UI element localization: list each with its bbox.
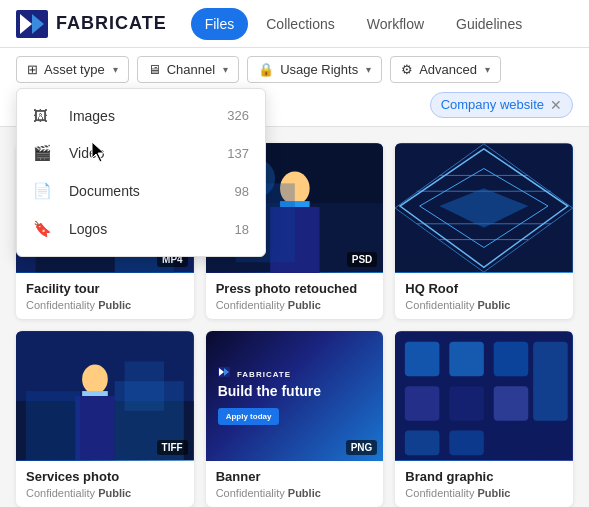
- nav-workflow[interactable]: Workflow: [353, 8, 438, 40]
- usage-rights-caret: ▾: [366, 64, 371, 75]
- card-meta: Confidentiality Public: [405, 299, 563, 311]
- card-banner[interactable]: FABRICATE Build the future Apply today P…: [206, 331, 384, 507]
- banner-cta-btn: Apply today: [218, 408, 280, 425]
- svg-rect-51: [534, 342, 569, 421]
- documents-label: Documents: [69, 183, 140, 199]
- card-info: HQ Roof Confidentiality Public: [395, 273, 573, 319]
- brand-name: FABRICATE: [56, 13, 167, 34]
- banner-badge: PNG: [346, 440, 378, 455]
- dropdown-item-images[interactable]: 🖼 Images 326: [17, 97, 265, 134]
- dropdown-item-documents[interactable]: 📄 Documents 98: [17, 172, 265, 210]
- card-info: Press photo retouched Confidentiality Pu…: [206, 273, 384, 319]
- documents-icon: 📄: [33, 182, 57, 200]
- card-hq-roof[interactable]: HQ Roof Confidentiality Public: [395, 143, 573, 319]
- images-count: 326: [227, 108, 249, 123]
- asset-type-filter[interactable]: ⊞ Asset type ▾: [16, 56, 129, 83]
- asset-type-icon: ⊞: [27, 62, 38, 77]
- channel-caret: ▾: [223, 64, 228, 75]
- svg-rect-38: [125, 361, 164, 410]
- documents-count: 98: [235, 184, 249, 199]
- channel-icon: 🖥: [148, 62, 161, 77]
- svg-rect-48: [494, 386, 529, 421]
- card-thumb: FABRICATE Build the future Apply today P…: [206, 331, 384, 461]
- images-icon: 🖼: [33, 107, 57, 124]
- card-meta: Confidentiality Public: [216, 299, 374, 311]
- advanced-caret: ▾: [485, 64, 490, 75]
- advanced-icon: ⚙: [401, 62, 413, 77]
- dropdown-item-video[interactable]: 🎬 Video 137: [17, 134, 265, 172]
- logos-label: Logos: [69, 221, 107, 237]
- dropdown-item-logos[interactable]: 🔖 Logos 18: [17, 210, 265, 248]
- card-info: Banner Confidentiality Public: [206, 461, 384, 507]
- card-services-photo[interactable]: TIFF Services photo Confidentiality Publ…: [16, 331, 194, 507]
- main-nav: Files Collections Workflow Guidelines: [191, 8, 537, 40]
- nav-guidelines[interactable]: Guidelines: [442, 8, 536, 40]
- nav-collections[interactable]: Collections: [252, 8, 348, 40]
- usage-rights-label: Usage Rights: [280, 62, 358, 77]
- asset-type-dropdown: 🖼 Images 326 🎬 Video 137 📄 Documents 98 …: [16, 88, 266, 257]
- svg-rect-34: [82, 391, 108, 396]
- card-title: Services photo: [26, 469, 184, 484]
- logos-icon: 🔖: [33, 220, 57, 238]
- card-thumb: [395, 331, 573, 461]
- active-tag-badge[interactable]: Company website ✕: [430, 92, 573, 118]
- channel-label: Channel: [167, 62, 215, 77]
- banner-headline-text: Build the future: [218, 383, 372, 400]
- card-title: HQ Roof: [405, 281, 563, 296]
- logo: FABRICATE: [16, 10, 167, 38]
- video-count: 137: [227, 146, 249, 161]
- card-title: Brand graphic: [405, 469, 563, 484]
- card-title: Press photo retouched: [216, 281, 374, 296]
- channel-filter[interactable]: 🖥 Channel ▾: [137, 56, 239, 83]
- svg-rect-47: [450, 386, 485, 421]
- usage-rights-filter[interactable]: 🔒 Usage Rights ▾: [247, 56, 382, 83]
- active-tag-label: Company website: [441, 97, 544, 112]
- svg-rect-44: [450, 342, 485, 377]
- active-tag-close[interactable]: ✕: [550, 97, 562, 113]
- card-thumb: [395, 143, 573, 273]
- press-badge: PSD: [347, 252, 378, 267]
- card-meta: Confidentiality Public: [26, 299, 184, 311]
- svg-rect-37: [26, 391, 80, 460]
- card-info: Facility tour Confidentiality Public: [16, 273, 194, 319]
- advanced-filter[interactable]: ⚙ Advanced ▾: [390, 56, 501, 83]
- asset-type-label: Asset type: [44, 62, 105, 77]
- brand-thumb-art: [395, 331, 573, 461]
- header: FABRICATE Files Collections Workflow Gui…: [0, 0, 589, 48]
- card-thumb: TIFF: [16, 331, 194, 461]
- card-title: Facility tour: [26, 281, 184, 296]
- usage-rights-icon: 🔒: [258, 62, 274, 77]
- banner-brand-text: FABRICATE: [218, 367, 372, 379]
- svg-rect-43: [405, 342, 440, 377]
- card-meta: Confidentiality Public: [216, 487, 374, 499]
- hq-thumb-art: [395, 143, 573, 273]
- svg-point-33: [82, 364, 108, 394]
- services-badge: TIFF: [157, 440, 188, 455]
- card-meta: Confidentiality Public: [26, 487, 184, 499]
- asset-type-caret: ▾: [113, 64, 118, 75]
- nav-files[interactable]: Files: [191, 8, 249, 40]
- svg-rect-45: [494, 342, 529, 377]
- video-label: Video: [69, 145, 105, 161]
- card-title: Banner: [216, 469, 374, 484]
- card-info: Services photo Confidentiality Public: [16, 461, 194, 507]
- logos-count: 18: [235, 222, 249, 237]
- card-meta: Confidentiality Public: [405, 487, 563, 499]
- svg-rect-50: [450, 431, 485, 456]
- images-label: Images: [69, 108, 115, 124]
- card-info: Brand graphic Confidentiality Public: [395, 461, 573, 507]
- advanced-label: Advanced: [419, 62, 477, 77]
- logo-icon: [16, 10, 48, 38]
- video-icon: 🎬: [33, 144, 57, 162]
- svg-rect-49: [405, 431, 440, 456]
- card-brand-graphic[interactable]: Brand graphic Confidentiality Public: [395, 331, 573, 507]
- svg-rect-35: [75, 396, 114, 460]
- svg-rect-46: [405, 386, 440, 421]
